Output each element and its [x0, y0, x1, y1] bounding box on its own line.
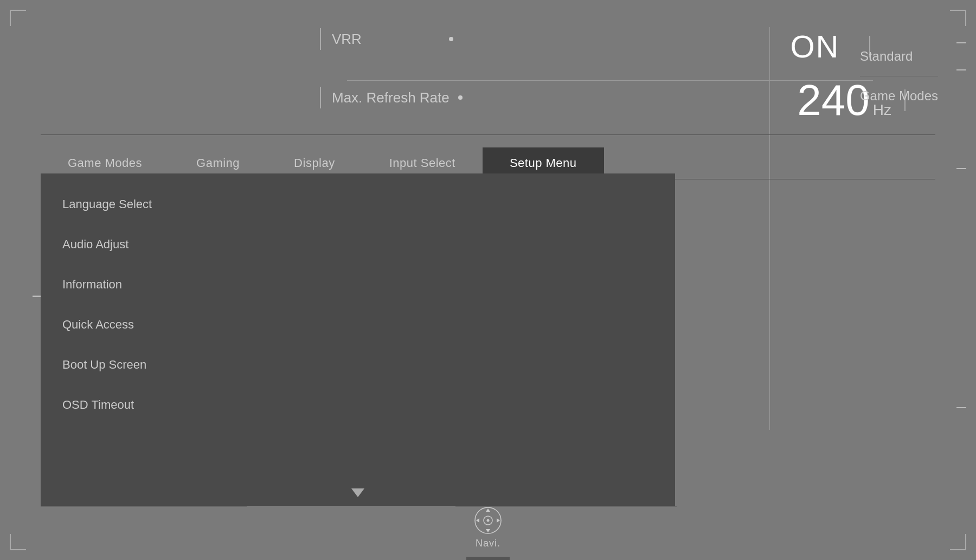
- refresh-number: 240: [797, 79, 869, 122]
- tick-vrr: [956, 42, 966, 43]
- standard-label: Standard: [860, 49, 913, 64]
- menu-item-audio-adjust[interactable]: Audio Adjust: [41, 224, 675, 265]
- svg-marker-3: [486, 508, 490, 512]
- corner-br: [950, 534, 966, 550]
- svg-point-2: [487, 519, 490, 522]
- tick-top: [956, 168, 966, 169]
- tick-mid: [956, 69, 966, 70]
- navi-label: Navi.: [476, 538, 500, 549]
- refresh-dot-right: [458, 95, 463, 100]
- vrr-value-area: ON: [772, 28, 870, 65]
- right-options: Standard Game Modes: [860, 37, 938, 115]
- monitor-osd: ViewSonic® XG272-2K-OLED VRR ON Max. Ref…: [0, 0, 976, 560]
- svg-marker-6: [497, 518, 500, 523]
- menu-bottom-line-left: [41, 506, 247, 507]
- header-bottom-line: [41, 134, 935, 135]
- standard-option[interactable]: Standard: [860, 37, 938, 76]
- gamemodes-label: Game Modes: [860, 88, 938, 104]
- menu-item-quick-access[interactable]: Quick Access: [41, 305, 675, 345]
- navi-icon: [474, 506, 502, 535]
- menu-item-information[interactable]: Information: [41, 265, 675, 305]
- refresh-row: Max. Refresh Rate: [320, 87, 471, 108]
- menu-item-osd-timeout[interactable]: OSD Timeout: [41, 385, 675, 425]
- menu-panel: Language Select Audio Adjust Information…: [41, 173, 675, 506]
- corner-tl: [10, 10, 26, 26]
- refresh-divider-left: [320, 87, 321, 108]
- vrr-label: VRR: [332, 31, 440, 48]
- tick-bot: [956, 407, 966, 408]
- down-arrow-container: [41, 484, 675, 501]
- right-vdivider: [769, 27, 770, 430]
- vrr-dot-right: [449, 37, 453, 41]
- refresh-label: Max. Refresh Rate: [332, 89, 450, 106]
- menu-item-language-select[interactable]: Language Select: [41, 184, 675, 224]
- corner-bl: [10, 534, 26, 550]
- bottom-bar: [466, 557, 510, 560]
- vrr-divider-left: [320, 28, 321, 50]
- down-arrow-icon: [351, 488, 364, 497]
- vrr-row: VRR: [320, 28, 462, 50]
- menu-item-boot-up-screen[interactable]: Boot Up Screen: [41, 345, 675, 385]
- vrr-separator: [347, 80, 873, 81]
- navi-control[interactable]: Navi.: [474, 506, 502, 549]
- corner-tr: [950, 10, 966, 26]
- svg-marker-4: [486, 529, 490, 532]
- svg-marker-5: [476, 518, 479, 523]
- vrr-value: ON: [772, 28, 858, 65]
- gamemodes-option[interactable]: Game Modes: [860, 76, 938, 115]
